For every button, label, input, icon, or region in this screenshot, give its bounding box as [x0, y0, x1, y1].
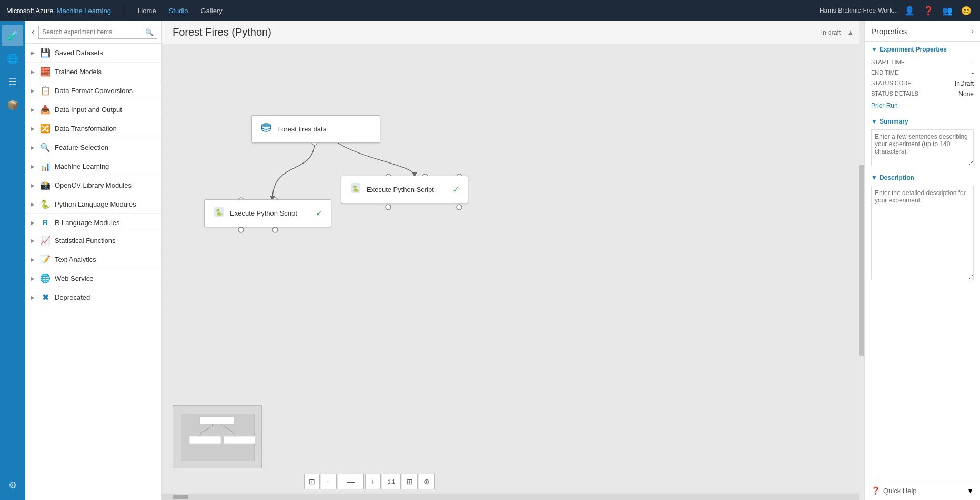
nav-right: Harris Brakmic-Free-Work... 👤 ❓ 👥 😊: [820, 4, 974, 18]
sidebar-web[interactable]: 🌐: [2, 48, 23, 69]
brand-ml: Machine Learning: [57, 7, 111, 15]
description-title: ▼ Description: [871, 174, 974, 181]
sidebar-experiments[interactable]: 🧪: [2, 25, 23, 46]
smiley-icon[interactable]: 😊: [959, 4, 974, 18]
arrow-data-input: ▶: [31, 107, 35, 113]
label-statistical: Statistical Functions: [55, 237, 156, 244]
zoom-in-btn[interactable]: +: [365, 474, 381, 489]
canvas-collapse-btn[interactable]: ▲: [847, 28, 854, 36]
brand: Microsoft Azure Machine Learning: [6, 7, 111, 15]
grid-btn[interactable]: ⊞: [402, 474, 418, 489]
quick-help-chevron: ▼: [967, 487, 974, 495]
item-text-analytics[interactable]: ▶ 📝 Text Analytics: [25, 250, 161, 269]
item-r-modules[interactable]: ▶ R R Language Modules: [25, 214, 161, 231]
label-data-transform: Data Transformation: [55, 125, 156, 132]
status-code-value: InDraft: [955, 80, 974, 87]
left-panel: ‹ 🔍 ▶ 💾 Saved Datasets ▶ 🧱 Trained Model…: [25, 21, 162, 500]
item-python-modules[interactable]: ▶ 🐍 Python Language Modules: [25, 195, 161, 214]
label-deprecated: Deprecated: [55, 293, 156, 301]
svg-text:🐍: 🐍: [352, 185, 360, 192]
node-forest-fires-data[interactable]: Forest fires data: [251, 115, 380, 143]
properties-title: Properties: [871, 27, 907, 36]
top-navigation: Microsoft Azure Machine Learning Home St…: [0, 0, 980, 21]
search-input[interactable]: [42, 28, 145, 36]
users-icon[interactable]: 👥: [940, 4, 955, 18]
item-machine-learning[interactable]: ▶ 📊 Machine Learning: [25, 157, 161, 176]
nav-studio[interactable]: Studio: [164, 5, 194, 17]
svg-rect-17: [224, 436, 255, 444]
experiment-properties-section: ▼ Experiment Properties START TIME - END…: [871, 46, 974, 111]
sidebar-modules[interactable]: 📦: [2, 95, 23, 116]
start-time-label: START TIME: [871, 59, 905, 66]
svg-point-8: [386, 205, 391, 210]
node-python-script-2[interactable]: 🐍 Execute Python Script ✓: [341, 176, 468, 203]
node-python-icon-2: 🐍: [350, 182, 361, 197]
prior-run-link[interactable]: Prior Run: [871, 102, 898, 109]
svg-point-3: [238, 227, 244, 232]
expand-summary-icon: ▼: [871, 118, 877, 125]
horizontal-scroll-thumb[interactable]: [173, 495, 188, 499]
arrow-web-service: ▶: [31, 275, 35, 281]
item-opencv[interactable]: ▶ 📸 OpenCV Library Modules: [25, 176, 161, 195]
item-trained-models[interactable]: ▶ 🧱 Trained Models: [25, 63, 161, 81]
search-box[interactable]: 🔍: [38, 26, 157, 39]
description-textarea[interactable]: [871, 186, 974, 280]
horizontal-scrollbar[interactable]: [162, 494, 864, 500]
item-web-service[interactable]: ▶ 🌐 Web Service: [25, 269, 161, 288]
node-python-script-1[interactable]: 🐍 Execute Python Script ✓: [204, 199, 331, 227]
quick-help-label: ❓ Quick Help: [871, 486, 917, 495]
icon-text-analytics: 📝: [40, 254, 50, 264]
item-feature-selection[interactable]: ▶ 🔍 Feature Selection: [25, 138, 161, 157]
svg-point-9: [457, 205, 462, 210]
status-code-label: STATUS CODE: [871, 80, 912, 87]
item-data-transform[interactable]: ▶ 🔀 Data Transformation: [25, 119, 161, 138]
item-deprecated[interactable]: ▶ ✖ Deprecated: [25, 288, 161, 307]
quick-help-section[interactable]: ❓ Quick Help ▼: [865, 481, 980, 500]
fit-screen-btn[interactable]: ⊡: [304, 474, 320, 489]
node-python-1-label: Execute Python Script: [230, 209, 297, 217]
prop-end-time: END TIME -: [871, 68, 974, 78]
mini-map-svg: [181, 414, 255, 462]
left-panel-items: ▶ 💾 Saved Datasets ▶ 🧱 Trained Models ▶ …: [25, 44, 161, 500]
sidebar-list[interactable]: ☰: [2, 72, 23, 93]
user-avatar-icon[interactable]: 👤: [902, 4, 917, 18]
label-data-input: Data Input and Output: [55, 106, 156, 114]
canvas-status: In draft: [821, 29, 841, 36]
nav-divider: [126, 4, 126, 17]
icon-data-format: 📋: [40, 86, 50, 96]
zoom-out-btn[interactable]: −: [321, 474, 337, 489]
label-trained-models: Trained Models: [55, 68, 156, 76]
actual-size-btn[interactable]: 1:1: [382, 474, 401, 489]
item-data-input[interactable]: ▶ 📥 Data Input and Output: [25, 100, 161, 119]
item-data-format[interactable]: ▶ 📋 Data Format Conversions: [25, 81, 161, 100]
nav-gallery[interactable]: Gallery: [196, 5, 228, 17]
nav-home[interactable]: Home: [133, 5, 161, 17]
prop-start-time: START TIME -: [871, 57, 974, 68]
zoom-slider-btn[interactable]: —: [338, 474, 364, 489]
node-dataset-icon: [260, 122, 272, 136]
icon-deprecated: ✖: [40, 292, 50, 302]
help-icon[interactable]: ❓: [921, 4, 936, 18]
item-saved-datasets[interactable]: ▶ 💾 Saved Datasets: [25, 44, 161, 63]
expand-description-icon: ▼: [871, 174, 877, 181]
user-name: Harris Brakmic-Free-Work...: [820, 7, 898, 14]
node-python-1-check: ✓: [316, 208, 322, 218]
canvas-title: Forest Fires (Python): [173, 26, 271, 38]
expand-exp-props-icon: ▼: [871, 46, 877, 53]
mini-map-inner: [181, 414, 255, 461]
arrow-data-format: ▶: [31, 88, 35, 94]
icon-statistical: 📈: [40, 236, 50, 246]
right-panel-content: ▼ Experiment Properties START TIME - END…: [865, 42, 980, 481]
center-btn[interactable]: ⊕: [419, 474, 435, 489]
label-web-service: Web Service: [55, 274, 156, 282]
description-section: ▼ Description: [871, 174, 974, 282]
properties-expand-btn[interactable]: ›: [971, 26, 974, 36]
item-statistical[interactable]: ▶ 📈 Statistical Functions: [25, 231, 161, 250]
label-feature-selection: Feature Selection: [55, 144, 156, 151]
sidebar-settings[interactable]: ⚙: [2, 475, 23, 496]
svg-rect-16: [189, 436, 221, 444]
collapse-left-btn[interactable]: ‹: [29, 25, 36, 39]
start-time-value: -: [972, 59, 974, 66]
summary-textarea[interactable]: [871, 129, 974, 166]
canvas-content[interactable]: Forest fires data 🐍 Execute Python Scrip…: [162, 44, 864, 500]
